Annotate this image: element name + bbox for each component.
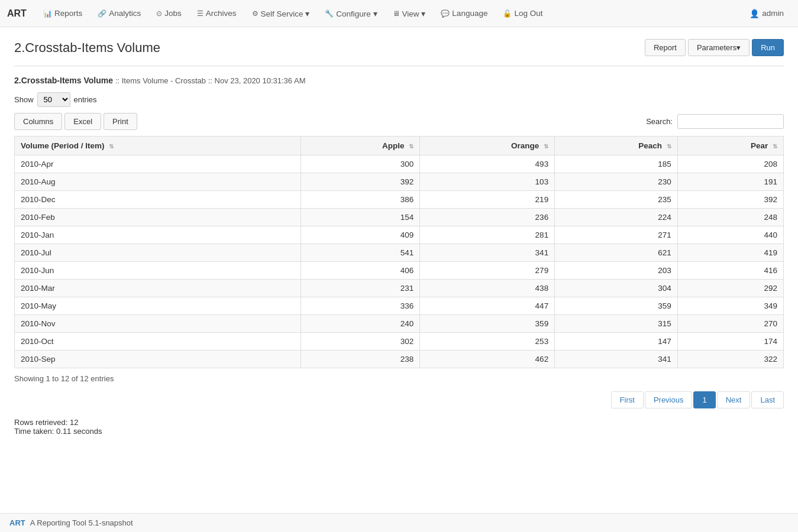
table-row: 2010-Oct302253147174 [15, 333, 784, 351]
cell-pear-2: 392 [677, 191, 783, 209]
table-row: 2010-Nov240359315270 [15, 315, 784, 333]
cell-period-7: 2010-Mar [15, 280, 301, 297]
run-button[interactable]: Run [752, 39, 784, 56]
sort-icon-orange: ⇅ [544, 143, 548, 150]
col-period[interactable]: Volume (Period / Item) ⇅ [15, 137, 301, 155]
excel-button[interactable]: Excel [64, 113, 101, 130]
cell-pear-6: 416 [677, 262, 783, 280]
col-pear[interactable]: Pear ⇅ [677, 137, 783, 155]
nav-label-jobs: Jobs [164, 9, 182, 18]
rows-retrieved: Rows retrieved: 12 [14, 418, 784, 427]
data-table: Volume (Period / Item) ⇅ Apple ⇅ Orange … [14, 136, 784, 368]
pagination-current[interactable]: 1 [693, 391, 715, 408]
cell-peach-8: 359 [555, 297, 678, 315]
search-input[interactable] [677, 114, 784, 129]
admin-icon: 👤 [749, 9, 760, 18]
table-footer: Showing 1 to 12 of 12 entries [14, 374, 784, 383]
parameters-button[interactable]: Parameters▾ [688, 39, 749, 56]
report-subtitle-meta: :: Items Volume - Crosstab :: Nov 23, 20… [115, 76, 306, 85]
nav-label-logout: Log Out [514, 9, 542, 18]
table-body: 2010-Apr3004931852082010-Aug392103230191… [15, 155, 784, 368]
cell-pear-5: 419 [677, 244, 783, 262]
cell-apple-7: 231 [301, 280, 420, 297]
pagination-next[interactable]: Next [717, 391, 751, 408]
nav-label-language: Language [452, 9, 487, 18]
cell-orange-4: 281 [420, 226, 555, 244]
cell-period-9: 2010-Nov [15, 315, 301, 333]
report-subtitle-name: 2.Crosstab-Items Volume [14, 76, 113, 85]
table-row: 2010-May336447359349 [15, 297, 784, 315]
cell-peach-9: 315 [555, 315, 678, 333]
nav-item-configure[interactable]: 🔧 Configure ▾ [318, 2, 384, 25]
nav-label-reports: Reports [54, 9, 82, 18]
table-row: 2010-Jun406279203416 [15, 262, 784, 280]
nav-label-view: View ▾ [402, 9, 426, 18]
cell-orange-2: 219 [420, 191, 555, 209]
pagination-first[interactable]: First [611, 391, 644, 408]
showing-text: Showing 1 to 12 of 12 entries [14, 374, 114, 383]
cell-pear-8: 349 [677, 297, 783, 315]
cell-apple-9: 240 [301, 315, 420, 333]
show-entries-select[interactable]: 10 25 50 100 [37, 92, 70, 107]
admin-link[interactable]: 👤 admin [742, 2, 791, 25]
nav-item-self-service[interactable]: ⚙ Self Service ▾ [245, 2, 317, 25]
nav-label-self-service: Self Service ▾ [261, 9, 310, 18]
report-subtitle: 2.Crosstab-Items Volume :: Items Volume … [14, 76, 784, 85]
columns-button[interactable]: Columns [14, 113, 62, 130]
cell-apple-10: 302 [301, 333, 420, 351]
cell-peach-6: 203 [555, 262, 678, 280]
pagination-last[interactable]: Last [751, 391, 784, 408]
cell-apple-3: 154 [301, 209, 420, 226]
sort-icon-period: ⇅ [109, 143, 114, 150]
col-apple[interactable]: Apple ⇅ [301, 137, 420, 155]
cell-pear-11: 322 [677, 351, 783, 368]
nav-item-analytics[interactable]: 🔗 Analytics [91, 2, 148, 25]
cell-peach-7: 304 [555, 280, 678, 297]
nav-label-archives: Archives [206, 9, 237, 18]
col-orange[interactable]: Orange ⇅ [420, 137, 555, 155]
pagination-previous[interactable]: Previous [645, 391, 693, 408]
cell-orange-11: 462 [420, 351, 555, 368]
language-icon: 💬 [441, 9, 450, 18]
nav-item-jobs[interactable]: ⊙ Jobs [149, 2, 189, 25]
page-title: 2.Crosstab-Items Volume [14, 40, 160, 56]
cell-pear-9: 270 [677, 315, 783, 333]
col-peach[interactable]: Peach ⇅ [555, 137, 678, 155]
cell-pear-4: 440 [677, 226, 783, 244]
report-button[interactable]: Report [645, 39, 686, 56]
cell-peach-0: 185 [555, 155, 678, 173]
cell-period-8: 2010-May [15, 297, 301, 315]
cell-pear-10: 174 [677, 333, 783, 351]
cell-period-0: 2010-Apr [15, 155, 301, 173]
cell-period-4: 2010-Jan [15, 226, 301, 244]
table-header-row: Volume (Period / Item) ⇅ Apple ⇅ Orange … [15, 137, 784, 155]
cell-period-5: 2010-Jul [15, 244, 301, 262]
toolbar-row: Columns Excel Print Search: [14, 113, 784, 130]
search-label: Search: [646, 117, 673, 126]
cell-pear-7: 292 [677, 280, 783, 297]
nav-item-logout[interactable]: 🔓 Log Out [496, 2, 550, 25]
cell-apple-1: 392 [301, 173, 420, 191]
cell-apple-5: 541 [301, 244, 420, 262]
show-entries-row: Show 10 25 50 100 entries [14, 92, 784, 107]
sort-icon-apple: ⇅ [409, 143, 413, 150]
header-buttons: Report Parameters▾ Run [645, 39, 784, 56]
sort-icon-pear: ⇅ [773, 143, 777, 150]
nav-item-archives[interactable]: ☰ Archives [190, 2, 244, 25]
table-row: 2010-Aug392103230191 [15, 173, 784, 191]
nav-item-view[interactable]: 🖥 View ▾ [386, 2, 433, 25]
nav-items: 📊 Reports 🔗 Analytics ⊙ Jobs ☰ Archives … [36, 2, 742, 25]
jobs-icon: ⊙ [156, 9, 162, 18]
cell-pear-3: 248 [677, 209, 783, 226]
entries-label: entries [74, 95, 97, 104]
cell-orange-6: 279 [420, 262, 555, 280]
nav-item-language[interactable]: 💬 Language [434, 2, 495, 25]
cell-pear-1: 191 [677, 173, 783, 191]
print-button[interactable]: Print [104, 113, 137, 130]
cell-period-10: 2010-Oct [15, 333, 301, 351]
page-header: 2.Crosstab-Items Volume Report Parameter… [14, 39, 784, 56]
cell-apple-6: 406 [301, 262, 420, 280]
cell-orange-5: 341 [420, 244, 555, 262]
cell-pear-0: 208 [677, 155, 783, 173]
nav-item-reports[interactable]: 📊 Reports [36, 2, 89, 25]
